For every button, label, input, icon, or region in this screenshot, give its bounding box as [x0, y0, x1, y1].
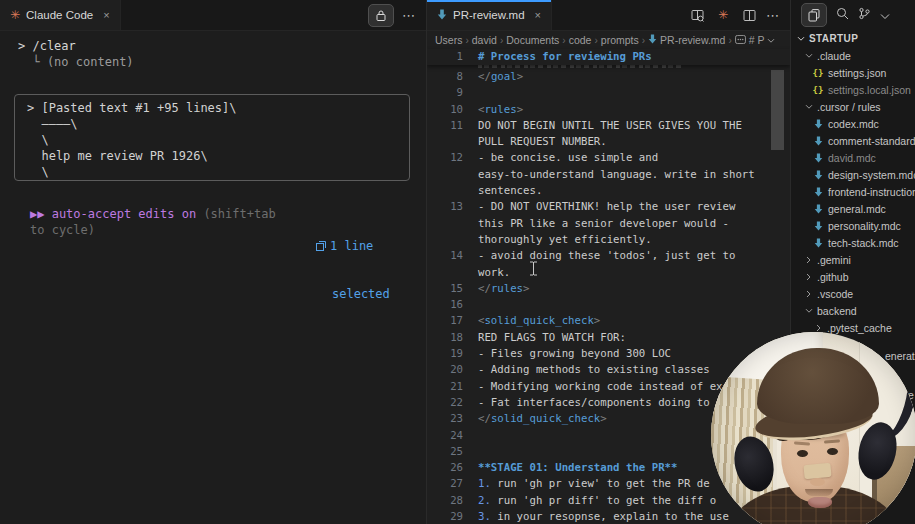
- tab-claude-code[interactable]: ✳ Claude Code ×: [0, 0, 121, 30]
- open-preview-icon[interactable]: [688, 5, 706, 25]
- chevron-down-icon[interactable]: [880, 6, 890, 24]
- split-editor-icon[interactable]: [740, 5, 758, 25]
- line-number: 23: [427, 411, 463, 427]
- files-icon[interactable]: [801, 3, 827, 27]
- terminal-line: > /clear: [18, 38, 134, 54]
- code-line: 10<rules>: [427, 102, 790, 118]
- sidebar-root-folder[interactable]: STARTUP: [791, 30, 915, 47]
- selection-icon: [316, 239, 330, 253]
- more-actions-icon[interactable]: ⋯: [402, 8, 416, 23]
- root-folder-label: STARTUP: [809, 33, 858, 44]
- chevron-right-icon: [814, 324, 823, 332]
- sidebar-item-comment-standards[interactable]: comment-standards: [791, 132, 915, 149]
- sidebar-item--github[interactable]: .github: [791, 268, 915, 285]
- file-label: design-system.mdc: [828, 169, 915, 181]
- breadcrumb-item[interactable]: PR-review.md: [648, 34, 725, 46]
- file-label: .vscode: [817, 288, 853, 300]
- sidebar-item--cursor-rules[interactable]: .cursor / rules: [791, 98, 915, 115]
- breadcrumb-item[interactable]: Users: [435, 34, 462, 46]
- sidebar-item--claude[interactable]: .claude: [791, 47, 915, 64]
- claude-icon[interactable]: ✳: [714, 5, 732, 25]
- line-number: 20: [427, 362, 463, 378]
- sidebar-item-david-mdc[interactable]: david.mdc: [791, 149, 915, 166]
- active-tab-accent: [427, 0, 551, 2]
- code-line: 8</goal>: [427, 69, 790, 85]
- line-number: 25: [427, 444, 463, 460]
- terminal-panel: ✳ Claude Code × ⋯ > /clear └ (no content…: [0, 0, 427, 524]
- json-file-icon: {}: [812, 85, 824, 95]
- line-number: 21: [427, 379, 463, 395]
- chevron-down-icon: [804, 308, 813, 314]
- code-line: 15</rules>: [427, 281, 790, 297]
- sidebar-item-codex-mdc[interactable]: codex.mdc: [791, 115, 915, 132]
- code-line: 293. in your resopnse, explain to the us…: [427, 509, 790, 524]
- tab-pr-review[interactable]: PR-review.md ×: [427, 0, 552, 30]
- tab-label: Claude Code: [26, 9, 93, 21]
- sidebar-item--gemini[interactable]: .gemini: [791, 251, 915, 268]
- json-file-icon: {}: [812, 68, 824, 78]
- pasted-text-box[interactable]: > [Pasted text #1 +95 lines]\ ————\ \ he…: [14, 94, 410, 181]
- code-line: 14- avoid doing these 'todos', just get …: [427, 248, 790, 264]
- markdown-file-icon: [812, 170, 824, 180]
- line-number: 8: [427, 69, 463, 85]
- file-label: .gemini: [817, 254, 851, 266]
- auto-accept-status[interactable]: ▶▶ auto-accept edits on (shift+tabto cyc…: [30, 206, 276, 238]
- vscode-window: { "colors":{ "accent_blue":"#3d9bff","cl…: [0, 0, 915, 524]
- text-cursor-pointer: [529, 261, 538, 280]
- search-icon[interactable]: [836, 6, 849, 24]
- pasted-text-line: help me review PR 1926\: [27, 148, 409, 164]
- file-label: .cursor / rules: [817, 101, 881, 113]
- claude-icon: ✳: [10, 9, 20, 21]
- source-control-icon[interactable]: [858, 6, 871, 24]
- terminal-tab-actions: ⋯: [368, 0, 426, 30]
- code-line: 13- DO NOT OVERTHINK! help the user revi…: [427, 199, 790, 215]
- status-line: to cycle): [30, 222, 276, 238]
- close-icon[interactable]: ×: [535, 9, 541, 21]
- breadcrumb-item[interactable]: # P: [735, 34, 765, 46]
- file-label: codex.mdc: [828, 118, 879, 130]
- line-number: [427, 183, 463, 199]
- pasted-text-line: \: [27, 164, 409, 180]
- close-icon[interactable]: ×: [103, 9, 109, 21]
- sidebar-item-general-mdc[interactable]: general.mdc: [791, 200, 915, 217]
- markdown-file-icon: [437, 9, 447, 22]
- markdown-file-icon: [812, 153, 824, 163]
- breadcrumb-item[interactable]: code: [569, 34, 592, 46]
- code-line: thoroughly yet efficiently.: [427, 232, 790, 248]
- sidebar-item-design-system-mdc[interactable]: design-system.mdc: [791, 166, 915, 183]
- file-label: .claude: [817, 50, 851, 62]
- line-number: [427, 167, 463, 183]
- lock-icon[interactable]: [368, 4, 394, 27]
- status-line: ▶▶ auto-accept edits on (shift+tab: [30, 206, 276, 222]
- sidebar-item-settings-local-json[interactable]: {}settings.local.json: [791, 81, 915, 98]
- sidebar-header: [791, 0, 915, 30]
- file-tree: .claude{}settings.json{}settings.local.j…: [791, 47, 915, 336]
- breadcrumb[interactable]: Users›david›Documents›code›prompts›PR-re…: [427, 31, 790, 49]
- sidebar-item-backend[interactable]: backend: [791, 302, 915, 319]
- breadcrumb-separator: ›: [642, 35, 645, 46]
- code-line: 18RED FLAGS TO WATCH FOR:: [427, 330, 790, 346]
- sticky-scroll-line[interactable]: 1 # Process for reviewing PRs: [427, 49, 790, 65]
- sidebar-item--vscode[interactable]: .vscode: [791, 285, 915, 302]
- markdown-file-icon: [648, 34, 657, 44]
- code-line: work.: [427, 265, 790, 281]
- more-actions-icon[interactable]: ⋯: [766, 8, 780, 23]
- pasted-text-line: > [Pasted text #1 +95 lines]\: [27, 100, 409, 116]
- line-number: [427, 216, 463, 232]
- chevron-right-icon: [804, 273, 813, 281]
- code-line: 16: [427, 297, 790, 313]
- editor-scrollbar[interactable]: [771, 70, 784, 150]
- code-line: 19- Files growing beyond 300 LOC: [427, 346, 790, 362]
- sidebar-item-tech-stack-mdc[interactable]: tech-stack.mdc: [791, 234, 915, 251]
- breadcrumb-item[interactable]: david: [472, 34, 497, 46]
- breadcrumb-separator: ›: [728, 35, 731, 46]
- symbol-icon: [735, 35, 746, 44]
- sidebar-item-frontend-instruction[interactable]: frontend-instruction: [791, 183, 915, 200]
- terminal-line: └ (no content): [18, 54, 134, 70]
- tab-label: PR-review.md: [453, 9, 525, 21]
- breadcrumb-item[interactable]: Documents: [506, 34, 559, 46]
- file-label: .github: [817, 271, 849, 283]
- sidebar-item-settings-json[interactable]: {}settings.json: [791, 64, 915, 81]
- breadcrumb-item[interactable]: prompts: [601, 34, 639, 46]
- sidebar-item-personality-mdc[interactable]: personality.mdc: [791, 217, 915, 234]
